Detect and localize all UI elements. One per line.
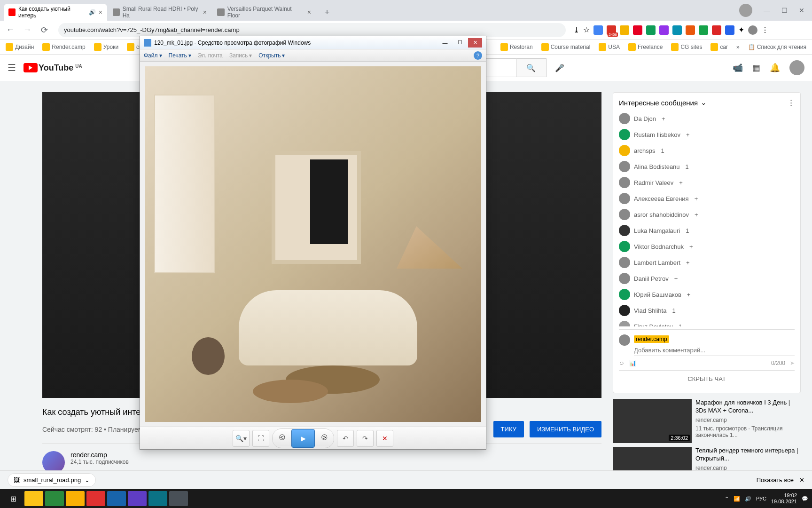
minimize-button[interactable]: —: [764, 7, 770, 14]
chat-username[interactable]: Da Djon: [634, 115, 656, 122]
close-icon[interactable]: ✕: [799, 476, 804, 484]
chat-user-avatar[interactable]: [619, 305, 630, 316]
chat-username[interactable]: asror shahobiddinov: [634, 211, 689, 218]
hamburger-icon[interactable]: ☰: [8, 62, 16, 73]
chat-user-avatar[interactable]: [619, 241, 630, 252]
slideshow-button[interactable]: ▶: [291, 429, 315, 448]
voice-search-button[interactable]: 🎤: [550, 58, 569, 77]
chat-user-avatar[interactable]: [619, 321, 630, 326]
browser-tab[interactable]: Versailles Parquet Walnut Floor ×: [212, 4, 316, 21]
download-item[interactable]: 🖼 small_rural_road.png ⌄: [8, 473, 96, 487]
youtube-logo[interactable]: YouTube UA: [23, 63, 82, 73]
extension-icon[interactable]: [659, 25, 669, 35]
extension-icon[interactable]: [699, 25, 708, 35]
extension-icon[interactable]: [620, 25, 629, 35]
install-icon[interactable]: ⤓: [573, 25, 579, 34]
volume-icon[interactable]: 🔊: [745, 496, 751, 502]
delete-button[interactable]: ✕: [376, 430, 393, 447]
extensions-menu-icon[interactable]: ✦: [738, 25, 744, 34]
chat-input[interactable]: [634, 345, 795, 356]
star-icon[interactable]: ☆: [583, 25, 590, 34]
browser-tab-active[interactable]: Как создать уютный интерь 🔊 ×: [4, 4, 107, 21]
start-button[interactable]: ⊞: [4, 491, 23, 506]
new-tab-button[interactable]: +: [320, 6, 334, 19]
close-button[interactable]: ✕: [799, 7, 804, 14]
taskbar-app[interactable]: [128, 491, 147, 506]
taskbar-app[interactable]: [148, 491, 167, 506]
chrome-menu-icon[interactable]: ⋮: [761, 25, 769, 34]
chat-header-title[interactable]: Интересные сообщения: [619, 99, 698, 107]
chat-username[interactable]: Daniil Petrov: [634, 275, 669, 282]
file-menu[interactable]: Файл ▾: [144, 52, 162, 59]
extension-icon[interactable]: [593, 25, 603, 35]
bookmark-folder[interactable]: Render.camp: [42, 43, 85, 51]
taskbar-app[interactable]: [66, 491, 85, 506]
taskbar-app[interactable]: [86, 491, 105, 506]
chat-user-avatar[interactable]: [619, 225, 630, 236]
close-tab-icon[interactable]: ×: [307, 8, 311, 16]
search-button[interactable]: 🔍: [516, 58, 547, 77]
windows-photo-viewer[interactable]: 120_mk_01.jpg - Средство просмотра фотог…: [140, 36, 486, 450]
recommendation-item[interactable]: 2:36:02Марафон для новичков I 3 День | 3…: [613, 399, 801, 443]
browser-tab[interactable]: Small Rural Road HDRI • Poly Ha ×: [108, 4, 211, 21]
email-menu[interactable]: Эл. почта: [198, 52, 223, 59]
zoom-button[interactable]: 🔍▾: [233, 430, 250, 447]
chevron-down-icon[interactable]: ⌄: [85, 476, 90, 484]
forward-button[interactable]: →: [21, 24, 34, 37]
chat-username[interactable]: Lambert Lambert: [634, 259, 680, 266]
close-tab-icon[interactable]: ×: [99, 8, 102, 16]
bookmark-folder[interactable]: Freelance: [628, 43, 663, 51]
chevron-down-icon[interactable]: ⌄: [701, 98, 707, 107]
bookmark-folder[interactable]: Уроки: [94, 43, 118, 51]
chat-username[interactable]: Юрий Башмаков: [634, 291, 681, 298]
chat-user-avatar[interactable]: [619, 193, 630, 204]
chat-user-avatar[interactable]: [619, 257, 630, 268]
help-icon[interactable]: ?: [474, 51, 482, 60]
edit-video-button[interactable]: ИЗМЕНИТЬ ВИДЕО: [530, 421, 601, 437]
chat-username[interactable]: Viktor Bodnarchuk: [634, 243, 684, 250]
chat-user-avatar[interactable]: [619, 209, 630, 220]
maximize-button[interactable]: ☐: [453, 38, 467, 48]
reading-list-button[interactable]: 📋 Список для чтения: [748, 44, 806, 50]
image-canvas[interactable]: [140, 62, 486, 427]
maximize-button[interactable]: ☐: [781, 7, 788, 14]
taskbar-app[interactable]: [24, 491, 43, 506]
chat-user-avatar[interactable]: [619, 161, 630, 172]
chat-username[interactable]: Rustam Ilisbekov: [634, 131, 680, 138]
chat-user-avatar[interactable]: [619, 113, 630, 124]
window-titlebar[interactable]: 120_mk_01.jpg - Средство просмотра фотог…: [140, 36, 486, 49]
poll-icon[interactable]: 📊: [629, 360, 636, 366]
taskbar-app[interactable]: [45, 491, 64, 506]
analytics-button[interactable]: ТИКУ: [493, 421, 524, 437]
chat-username[interactable]: Firuz Davlatov: [634, 323, 673, 327]
reload-button[interactable]: ⟳: [38, 24, 51, 37]
open-menu[interactable]: Открыть ▾: [258, 52, 285, 59]
chat-user-avatar[interactable]: [619, 289, 630, 300]
chat-user-avatar[interactable]: [619, 129, 630, 140]
chat-user-avatar[interactable]: [619, 145, 630, 156]
extension-icon[interactable]: [712, 25, 721, 35]
rotate-right-button[interactable]: ↷: [357, 430, 374, 447]
close-button[interactable]: ✕: [468, 38, 482, 48]
extension-icon[interactable]: [646, 25, 656, 35]
bookmark-folder[interactable]: Course material: [541, 43, 591, 51]
chat-message-list[interactable]: Da Djon+Rustam Ilisbekov+archsps1Alina B…: [619, 111, 795, 326]
bookmark-folder[interactable]: Дизайн: [6, 43, 34, 51]
extension-icon[interactable]: [633, 25, 642, 35]
chat-username[interactable]: Алексеева Евгения: [634, 195, 689, 202]
channel-name[interactable]: render.camp: [70, 451, 129, 459]
chat-menu-icon[interactable]: ⋮: [788, 98, 795, 107]
minimize-button[interactable]: —: [438, 38, 452, 48]
bookmark-folder[interactable]: car: [710, 43, 728, 51]
language-indicator[interactable]: РУС: [756, 496, 766, 501]
bookmark-folder[interactable]: CG sites: [671, 43, 702, 51]
chat-username[interactable]: Vlad Shlihta: [634, 307, 666, 314]
extension-icon[interactable]: [672, 25, 682, 35]
chat-username[interactable]: Luka Namgalauri: [634, 227, 680, 234]
prev-image-button[interactable]: ⧀: [273, 429, 291, 446]
notifications-icon[interactable]: 🔔: [770, 63, 780, 73]
clock[interactable]: 19:02 19.08.2021: [771, 492, 797, 505]
chat-user-avatar[interactable]: [619, 273, 630, 284]
bookmark-folder[interactable]: USA: [599, 43, 620, 51]
show-all-button[interactable]: Показать все: [757, 476, 794, 484]
